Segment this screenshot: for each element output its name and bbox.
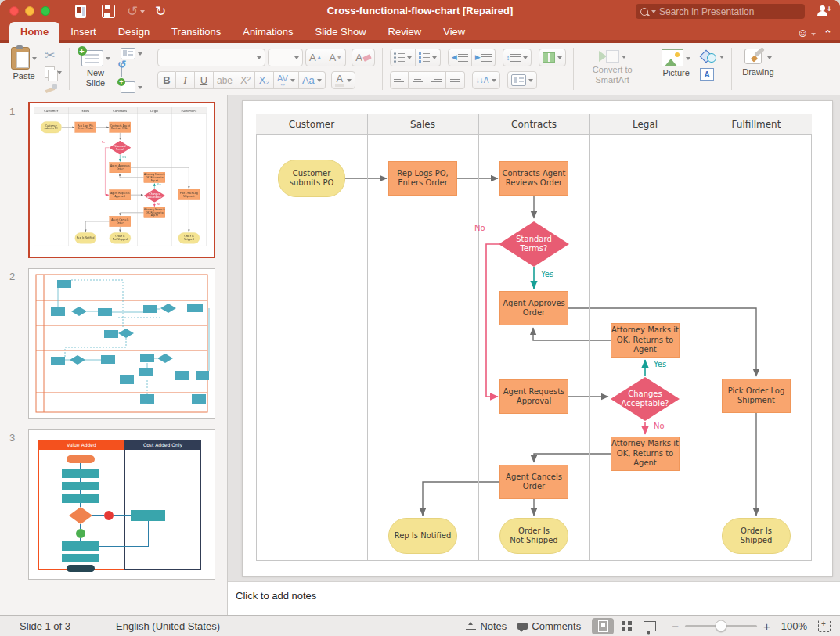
decrease-indent-button[interactable]: ◀	[448, 49, 472, 66]
slide-sorter-icon	[622, 621, 632, 631]
lane-header-fulfillment[interactable]: Fulfillment	[171, 107, 206, 113]
notes-pane[interactable]: Click to add notes	[228, 581, 840, 615]
lane-header-fulfillment[interactable]: Fulfillment	[701, 114, 812, 135]
notes-toggle-button[interactable]: Notes	[466, 620, 507, 632]
feedback-smiley-button[interactable]: ☺	[797, 26, 816, 40]
lane-header-sales[interactable]: Sales	[68, 107, 103, 113]
reset-slide-button[interactable]: ↺	[121, 63, 142, 77]
flow-node-terminator[interactable]: Customer submits PO	[278, 160, 345, 197]
lane-header-customer[interactable]: Customer	[256, 114, 367, 135]
flow-node-terminator[interactable]: Order Is Not Shipped	[499, 518, 568, 554]
lane-header-legal[interactable]: Legal	[589, 114, 701, 135]
new-document-button[interactable]	[75, 4, 86, 18]
flow-node-terminator[interactable]: Rep Is Notified	[75, 232, 96, 243]
tab-insert[interactable]: Insert	[59, 22, 107, 43]
justify-button[interactable]	[446, 71, 465, 89]
section-icon: +	[121, 81, 135, 93]
tab-design[interactable]: Design	[107, 22, 160, 43]
collapse-ribbon-button[interactable]: ⌃	[824, 28, 832, 40]
shapes-button[interactable]	[700, 49, 724, 63]
flow-node-terminator[interactable]: Order Is Not Shipped	[110, 232, 131, 243]
zoom-out-button[interactable]: −	[672, 620, 679, 633]
save-button[interactable]	[102, 4, 115, 18]
share-button[interactable]: +	[817, 5, 831, 17]
lane-header-contracts[interactable]: Contracts	[103, 107, 137, 113]
flow-node-process[interactable]: Contracts Agent Reviews Order	[499, 161, 568, 196]
flow-node-process[interactable]: Rep Logs PO, Enters Order	[388, 161, 457, 196]
flow-node-process[interactable]: Agent Approves Order	[499, 291, 568, 325]
flow-node-process[interactable]: Attorney Marks it OK, Returns to Agent	[611, 323, 680, 358]
text-box-button[interactable]: A	[700, 68, 714, 81]
zoom-window-button[interactable]	[41, 6, 50, 16]
flow-node-terminator[interactable]: Order Is Shipped	[178, 232, 200, 243]
flow-node-process[interactable]: Agent Requests Approval	[499, 379, 568, 414]
align-center-button[interactable]	[409, 71, 427, 89]
normal-view-button[interactable]	[592, 618, 614, 634]
slide-3-thumbnail[interactable]: Value Added Cost Added Only	[28, 429, 215, 580]
increase-indent-button[interactable]: ▶	[472, 49, 496, 66]
notes-toggle-label: Notes	[480, 620, 507, 632]
font-group: A▲ A▼ A B I U abe X² X₂ AV↔ Aa A	[154, 46, 378, 92]
comments-toggle-button[interactable]: Comments	[517, 620, 581, 632]
flow-node-process[interactable]: Agent Cancels Order	[110, 216, 131, 227]
flow-node-process[interactable]: Rep Logs PO, Enters Order	[75, 122, 96, 133]
undo-dropdown-icon	[140, 10, 145, 16]
slide-1-thumbnail[interactable]: CustomerSalesContractsLegalFulfillmentYe…	[28, 102, 215, 258]
flow-node-process[interactable]: Agent Requests Approval	[110, 189, 131, 200]
zoom-slider-knob[interactable]	[715, 620, 726, 632]
picture-button[interactable]: Picture	[658, 46, 694, 92]
slideshow-view-button[interactable]	[639, 618, 661, 634]
flow-node-process[interactable]: Pick Order Log Shipment	[722, 379, 791, 413]
zoom-in-button[interactable]: +	[763, 620, 770, 633]
ribbon-tabs: HomeInsertDesignTransitionsAnimationsSli…	[0, 22, 840, 43]
align-right-button[interactable]	[427, 71, 446, 89]
flow-node-terminator[interactable]: Order Is Shipped	[722, 518, 791, 554]
align-left-button[interactable]	[390, 71, 409, 89]
font-name-select	[157, 49, 265, 66]
flow-node-process[interactable]: Attorney Marks it OK, Returns to Agent	[144, 172, 165, 183]
flow-node-process[interactable]: Agent Cancels Order	[499, 465, 568, 499]
flow-node-terminator[interactable]: Customer submits PO	[41, 121, 62, 133]
flow-node-process[interactable]: Contracts Agent Reviews Order	[110, 122, 131, 133]
lane-header-contracts[interactable]: Contracts	[478, 114, 589, 135]
cut-button[interactable]: ✂	[45, 48, 62, 63]
numbering-button[interactable]	[416, 49, 441, 66]
minimize-button[interactable]	[25, 6, 34, 16]
paste-button[interactable]: Paste	[8, 46, 40, 82]
lane-header-legal[interactable]: Legal	[137, 107, 171, 113]
new-document-icon	[75, 5, 86, 18]
redo-button[interactable]: ↻	[155, 4, 166, 18]
tab-transitions[interactable]: Transitions	[160, 22, 232, 43]
slide-2-thumbnail[interactable]	[28, 268, 215, 419]
new-slide-button[interactable]: + New Slide	[77, 46, 114, 92]
slide-editor[interactable]: CustomerSalesContractsLegalFulfillmentYe…	[243, 101, 832, 576]
flow-node-process[interactable]: Attorney Marks it OK, Returns to Agent	[144, 207, 165, 218]
close-button[interactable]	[9, 6, 19, 16]
flow-node-process[interactable]: Attorney Marks it OK, Returns to Agent	[611, 437, 680, 471]
outdent-lines-icon	[458, 54, 468, 62]
lane-header-customer[interactable]: Customer	[34, 107, 68, 113]
zoom-slider[interactable]	[685, 625, 757, 627]
slide-sorter-button[interactable]	[615, 618, 637, 634]
tab-home[interactable]: Home	[9, 22, 59, 43]
language-indicator[interactable]: English (United States)	[116, 620, 220, 632]
line-spacing-button[interactable]: ↕	[503, 49, 532, 66]
tab-review[interactable]: Review	[377, 22, 433, 43]
drawing-button[interactable]: Drawing	[739, 46, 777, 78]
flow-node-terminator[interactable]: Rep Is Notified	[388, 518, 457, 554]
drawing-label: Drawing	[742, 67, 773, 77]
fit-slide-button[interactable]	[818, 620, 831, 632]
green-plus-icon: +	[78, 46, 87, 56]
lane-header-sales[interactable]: Sales	[367, 114, 478, 135]
grow-arrow-icon: ▲	[316, 54, 323, 61]
bullets-button[interactable]	[390, 49, 416, 66]
section-button[interactable]: +	[121, 81, 142, 93]
flow-node-process[interactable]: Agent Approves Order	[110, 162, 131, 173]
search-input[interactable]: Search in Presentation	[636, 4, 805, 19]
copy-button	[45, 66, 62, 78]
tab-animations[interactable]: Animations	[232, 22, 304, 43]
zoom-level[interactable]: 100%	[781, 620, 807, 632]
tab-slide-show[interactable]: Slide Show	[305, 22, 377, 43]
tab-view[interactable]: View	[432, 22, 476, 43]
flow-node-process[interactable]: Pick Order Log Shipment	[178, 189, 200, 200]
